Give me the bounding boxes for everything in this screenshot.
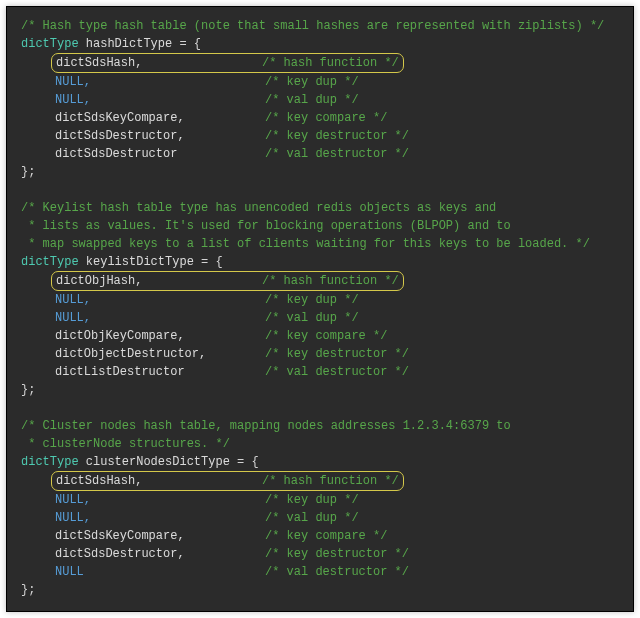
close-brace: }; xyxy=(21,581,35,599)
member-comment: /* key compare */ xyxy=(265,327,387,345)
member-line: dictSdsDestructor,/* key destructor */ xyxy=(21,545,619,563)
comment-line: /* Keylist hash table type has unencoded… xyxy=(21,199,619,217)
member-line: dictObjectDestructor,/* key destructor *… xyxy=(21,345,619,363)
member-line: NULL,/* key dup */ xyxy=(21,73,619,91)
indent xyxy=(21,527,55,545)
member-name: dictListDestructor xyxy=(55,363,265,381)
member-line: dictSdsKeyCompare,/* key compare */ xyxy=(21,527,619,545)
member-name: dictSdsHash, xyxy=(56,472,262,490)
variable-name: keylistDictType xyxy=(86,253,194,271)
member-line: dictSdsDestructor,/* key destructor */ xyxy=(21,127,619,145)
type-name: dictType xyxy=(21,453,79,471)
member-name: dictObjectDestructor, xyxy=(55,345,265,363)
indent xyxy=(21,545,55,563)
member-name: dictObjKeyCompare, xyxy=(55,327,265,345)
decl-rest: = { xyxy=(230,453,259,471)
member-comment: /* hash function */ xyxy=(262,272,399,290)
indent xyxy=(21,145,55,163)
indent xyxy=(21,363,55,381)
member-comment: /* val destructor */ xyxy=(265,363,409,381)
member-comment: /* val dup */ xyxy=(265,309,359,327)
member-comment: /* key dup */ xyxy=(265,491,359,509)
variable-name: hashDictType xyxy=(86,35,172,53)
member-line: dictSdsDestructor/* val destructor */ xyxy=(21,145,619,163)
member-line: NULL,/* val dup */ xyxy=(21,91,619,109)
null-keyword: NULL xyxy=(55,563,265,581)
member-name: dictSdsHash, xyxy=(56,54,262,72)
comment-text: /* Keylist hash table type has unencoded… xyxy=(21,199,496,217)
indent xyxy=(21,471,55,491)
indent xyxy=(21,91,55,109)
member-line: NULL,/* val dup */ xyxy=(21,309,619,327)
declaration-line: dictType hashDictType = { xyxy=(21,35,619,53)
decl-rest: = { xyxy=(172,35,201,53)
type-name: dictType xyxy=(21,253,79,271)
member-line: NULL,/* val dup */ xyxy=(21,509,619,527)
indent xyxy=(21,309,55,327)
indent xyxy=(21,271,55,291)
null-keyword: NULL, xyxy=(55,509,265,527)
highlight-box: dictSdsHash,/* hash function */ xyxy=(51,471,404,491)
indent xyxy=(21,345,55,363)
blank-line xyxy=(21,399,619,417)
highlight-box: dictObjHash,/* hash function */ xyxy=(51,271,404,291)
member-line: dictSdsHash,/* hash function */ xyxy=(21,471,619,491)
indent xyxy=(21,53,55,73)
comment-text: * map swapped keys to a list of clients … xyxy=(21,235,590,253)
member-name: dictSdsDestructor xyxy=(55,145,265,163)
comment-text: * clusterNode structures. */ xyxy=(21,435,230,453)
member-comment: /* key compare */ xyxy=(265,527,387,545)
indent xyxy=(21,109,55,127)
comment-text: * lists as values. It's used for blockin… xyxy=(21,217,511,235)
indent xyxy=(21,563,55,581)
close-brace: }; xyxy=(21,163,35,181)
member-line: NULL/* val destructor */ xyxy=(21,563,619,581)
null-keyword: NULL, xyxy=(55,491,265,509)
member-name: dictSdsKeyCompare, xyxy=(55,527,265,545)
declaration-line: dictType clusterNodesDictType = { xyxy=(21,453,619,471)
member-line: dictObjHash,/* hash function */ xyxy=(21,271,619,291)
declaration-line: dictType keylistDictType = { xyxy=(21,253,619,271)
member-line: dictSdsKeyCompare,/* key compare */ xyxy=(21,109,619,127)
comment-line: * clusterNode structures. */ xyxy=(21,435,619,453)
comment-line: /* Cluster nodes hash table, mapping nod… xyxy=(21,417,619,435)
member-comment: /* hash function */ xyxy=(262,472,399,490)
highlight-box: dictSdsHash,/* hash function */ xyxy=(51,53,404,73)
indent xyxy=(21,73,55,91)
indent xyxy=(21,509,55,527)
variable-name: clusterNodesDictType xyxy=(86,453,230,471)
member-line: NULL,/* key dup */ xyxy=(21,291,619,309)
null-keyword: NULL, xyxy=(55,91,265,109)
close-brace: }; xyxy=(21,381,35,399)
member-line: NULL,/* key dup */ xyxy=(21,491,619,509)
member-comment: /* key dup */ xyxy=(265,73,359,91)
null-keyword: NULL, xyxy=(55,73,265,91)
member-comment: /* key dup */ xyxy=(265,291,359,309)
member-line: dictSdsHash,/* hash function */ xyxy=(21,53,619,73)
comment-text: /* Cluster nodes hash table, mapping nod… xyxy=(21,417,511,435)
indent xyxy=(21,291,55,309)
indent xyxy=(21,327,55,345)
member-comment: /* val dup */ xyxy=(265,509,359,527)
indent xyxy=(21,491,55,509)
member-line: dictObjKeyCompare,/* key compare */ xyxy=(21,327,619,345)
close-brace-line: }; xyxy=(21,581,619,599)
null-keyword: NULL, xyxy=(55,309,265,327)
decl-rest: = { xyxy=(194,253,223,271)
type-name: dictType xyxy=(21,35,79,53)
member-name: dictObjHash, xyxy=(56,272,262,290)
close-brace-line: }; xyxy=(21,163,619,181)
member-name: dictSdsKeyCompare, xyxy=(55,109,265,127)
member-comment: /* val destructor */ xyxy=(265,563,409,581)
member-name: dictSdsDestructor, xyxy=(55,545,265,563)
member-name: dictSdsDestructor, xyxy=(55,127,265,145)
code-frame: /* Hash type hash table (note that small… xyxy=(6,6,634,612)
comment-line: * map swapped keys to a list of clients … xyxy=(21,235,619,253)
member-comment: /* key destructor */ xyxy=(265,345,409,363)
blank-line xyxy=(21,181,619,199)
member-comment: /* val destructor */ xyxy=(265,145,409,163)
close-brace-line: }; xyxy=(21,381,619,399)
comment-line: /* Hash type hash table (note that small… xyxy=(21,17,619,35)
member-comment: /* key destructor */ xyxy=(265,127,409,145)
member-comment: /* val dup */ xyxy=(265,91,359,109)
